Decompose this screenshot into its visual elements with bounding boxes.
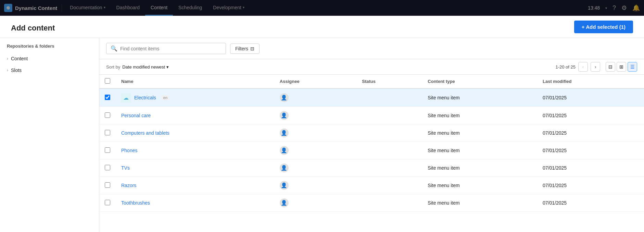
modal-overlay: Add content + Add selected (1) × Reposit… [0, 0, 644, 16]
